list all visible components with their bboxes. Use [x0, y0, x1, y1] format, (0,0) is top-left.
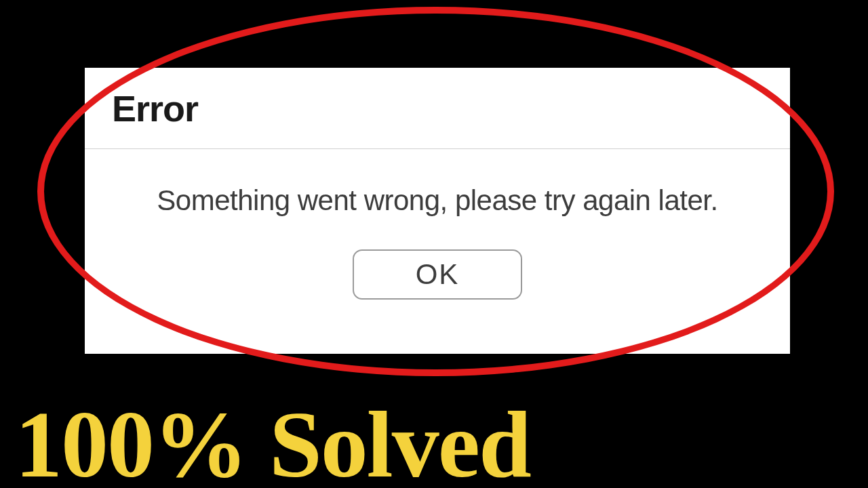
error-dialog: Error Something went wrong, please try a… — [85, 68, 790, 354]
ok-button[interactable]: OK — [353, 249, 522, 300]
dialog-body: Something went wrong, please try again l… — [85, 149, 790, 300]
dialog-actions: OK — [112, 249, 763, 300]
thumbnail-stage: Error Something went wrong, please try a… — [0, 0, 868, 488]
dialog-header: Error — [85, 68, 790, 149]
caption-text: 100% Solved — [15, 397, 530, 488]
dialog-title: Error — [112, 87, 198, 129]
dialog-message: Something went wrong, please try again l… — [112, 184, 763, 217]
